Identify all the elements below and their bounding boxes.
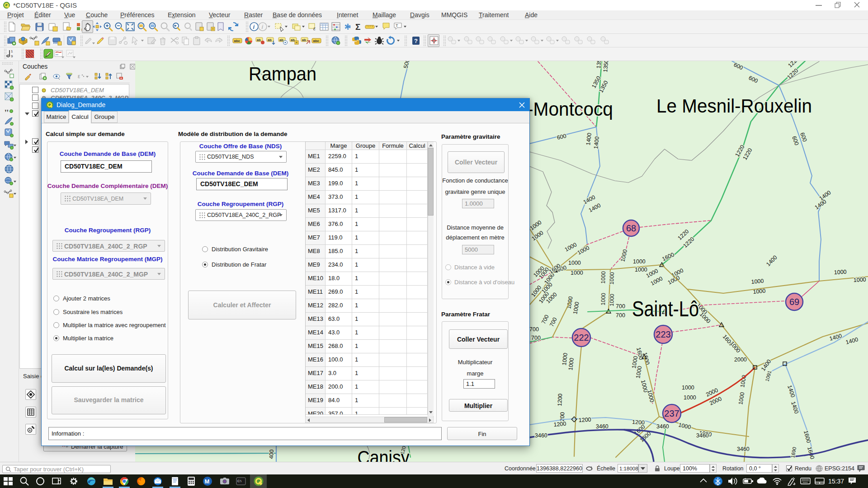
svg-text:Σ: Σ — [355, 22, 360, 32]
svg-text:69: 69 — [789, 297, 799, 307]
svg-text:Canisy: Canisy — [358, 446, 410, 462]
svg-text:1000: 1000 — [561, 352, 569, 366]
svg-text:1000: 1000 — [739, 375, 747, 388]
svg-text:ε: ε — [313, 26, 316, 31]
svg-text:400: 400 — [268, 450, 275, 460]
svg-text:500: 500 — [402, 61, 410, 69]
svg-text:600: 600 — [791, 135, 800, 146]
svg-text:700: 700 — [616, 312, 625, 319]
svg-text:3460: 3460 — [535, 432, 547, 439]
svg-text:1000: 1000 — [568, 260, 581, 266]
svg-text:3460: 3460 — [696, 432, 709, 439]
svg-text:1000: 1000 — [729, 340, 742, 354]
svg-text:1000: 1000 — [834, 269, 847, 276]
svg-text:1000: 1000 — [635, 267, 647, 273]
svg-text:1220: 1220 — [786, 67, 799, 80]
svg-text:237: 237 — [664, 408, 679, 418]
svg-text:1200: 1200 — [553, 421, 566, 428]
svg-text:1000: 1000 — [576, 244, 590, 256]
svg-text:700: 700 — [540, 314, 550, 325]
svg-text:700: 700 — [548, 316, 558, 328]
svg-text:3460: 3460 — [737, 446, 750, 452]
svg-text:1000: 1000 — [853, 277, 866, 283]
svg-text:1000: 1000 — [600, 293, 607, 305]
svg-text:1000: 1000 — [635, 366, 643, 379]
svg-text:1000: 1000 — [684, 394, 696, 401]
svg-text:1: 1 — [11, 49, 13, 53]
svg-text:1600: 1600 — [806, 446, 816, 460]
svg-text:ab: ab — [291, 38, 295, 42]
svg-text:3460: 3460 — [596, 423, 609, 430]
svg-text:1400: 1400 — [765, 254, 778, 268]
svg-text:1000: 1000 — [600, 271, 607, 284]
svg-text:2000: 2000 — [734, 357, 747, 363]
svg-text:Rampan: Rampan — [249, 63, 316, 84]
svg-text:1400: 1400 — [588, 202, 602, 213]
svg-text:1400: 1400 — [814, 198, 828, 211]
svg-text:1000: 1000 — [646, 389, 655, 403]
svg-text:222: 222 — [574, 333, 589, 343]
svg-text:ε: ε — [78, 73, 80, 80]
svg-text:9: 9 — [11, 54, 13, 58]
svg-text:‚‚: ‚‚ — [5, 104, 9, 112]
svg-text:2000: 2000 — [705, 387, 719, 398]
svg-text:1000: 1000 — [619, 249, 628, 262]
svg-text:2000: 2000 — [708, 395, 722, 406]
svg-text:1200: 1200 — [557, 394, 563, 407]
svg-text:1000: 1000 — [572, 301, 580, 315]
svg-text:1000: 1000 — [531, 230, 545, 242]
svg-text:ab: ab — [279, 38, 283, 42]
svg-text:1000: 1000 — [571, 270, 583, 276]
svg-text:C:\: C:\ — [237, 479, 241, 483]
svg-text:ab: ab — [257, 38, 261, 42]
svg-text:1400: 1400 — [818, 189, 832, 202]
svg-text:i: i — [262, 23, 264, 30]
svg-text:1600: 1600 — [661, 251, 675, 262]
svg-text:abc: abc — [234, 39, 241, 43]
svg-text:68: 68 — [626, 223, 636, 233]
svg-text:1400: 1400 — [593, 136, 600, 149]
svg-text:1400: 1400 — [582, 194, 596, 205]
svg-text:700: 700 — [616, 303, 625, 310]
svg-text:1400: 1400 — [786, 385, 796, 399]
svg-text:700: 700 — [531, 335, 541, 341]
svg-text:-Montcocq: -Montcocq — [527, 98, 613, 120]
svg-text:Saint-Lô: Saint-Lô — [632, 297, 699, 321]
svg-text:?: ? — [414, 38, 418, 44]
svg-text:223: 223 — [656, 329, 670, 339]
svg-text:1000: 1000 — [678, 422, 691, 430]
svg-text:Le Mesnil-Rouxelin: Le Mesnil-Rouxelin — [656, 95, 812, 117]
svg-text:1000: 1000 — [567, 357, 575, 371]
svg-text:1200: 1200 — [578, 417, 591, 423]
svg-text:ab: ab — [268, 38, 272, 42]
svg-text:1000: 1000 — [633, 258, 646, 265]
svg-text:abc: abc — [313, 39, 320, 43]
svg-text:1600: 1600 — [802, 430, 812, 444]
svg-text:1400: 1400 — [845, 336, 859, 346]
svg-text:1000: 1000 — [609, 272, 615, 285]
svg-text:T: T — [396, 23, 398, 28]
svg-text:600: 600 — [733, 61, 744, 71]
svg-text:600: 600 — [557, 133, 567, 141]
svg-text:1200: 1200 — [632, 419, 645, 426]
svg-text:1350: 1350 — [595, 61, 603, 69]
svg-text:1000: 1000 — [737, 392, 745, 405]
svg-text:1350: 1350 — [602, 61, 609, 72]
svg-text:1000: 1000 — [564, 241, 578, 253]
svg-text:i: i — [253, 23, 255, 30]
svg-text:600: 600 — [799, 131, 808, 142]
svg-text:ab: ab — [302, 38, 306, 42]
svg-text:1000: 1000 — [682, 385, 694, 391]
svg-text:700: 700 — [529, 326, 539, 333]
svg-text:3460: 3460 — [656, 423, 669, 430]
svg-text:1000: 1000 — [751, 278, 764, 285]
svg-text:1400: 1400 — [585, 132, 593, 145]
svg-text:M: M — [205, 478, 210, 485]
svg-text:1000: 1000 — [609, 294, 615, 306]
svg-text:600: 600 — [748, 75, 759, 84]
